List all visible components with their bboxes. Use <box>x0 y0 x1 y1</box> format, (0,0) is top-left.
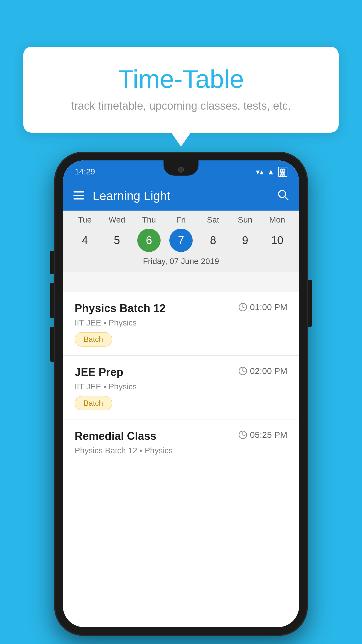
event-time-3: 05:25 PM <box>238 430 287 440</box>
clock-icon-3 <box>238 430 247 439</box>
svg-line-7 <box>243 307 245 308</box>
phone-device: 14:29 ▾▴ ▲ ▓ Learning Light <box>54 152 308 636</box>
phone-btn-power <box>50 251 54 274</box>
menu-icon[interactable] <box>73 190 84 202</box>
status-time: 14:29 <box>75 167 95 176</box>
phone-btn-vol-up <box>50 283 54 318</box>
app-bar: Learning Light <box>63 181 299 211</box>
phone-btn-vol-down <box>50 327 54 362</box>
day-numbers-row: 4 5 6 7 8 9 10 <box>63 229 299 252</box>
day-5[interactable]: 5 <box>105 229 129 252</box>
day-labels-row: Tue Wed Thu Fri Sat Sun Mon <box>63 215 299 225</box>
day-7-selected[interactable]: 7 <box>169 229 193 252</box>
event-name-1: Physics Batch 12 <box>75 302 166 315</box>
tooltip-card: Time-Table track timetable, upcoming cla… <box>23 47 339 133</box>
event-header-2: JEE Prep 02:00 PM <box>75 366 287 379</box>
svg-line-13 <box>243 435 245 436</box>
selected-date-label: Friday, 07 June 2019 <box>63 257 299 270</box>
day-label-wed: Wed <box>105 215 129 225</box>
event-meta-3: Physics Batch 12 • Physics <box>75 446 287 455</box>
phone-btn-right <box>308 280 312 327</box>
day-9[interactable]: 9 <box>233 229 257 252</box>
calendar-strip: Tue Wed Thu Fri Sat Sun Mon 4 5 6 7 8 9 … <box>63 211 299 272</box>
day-label-mon: Mon <box>266 215 289 225</box>
signal-icon: ▲ <box>267 167 275 176</box>
day-4[interactable]: 4 <box>73 229 96 252</box>
event-meta-1: IIT JEE • Physics <box>75 318 287 328</box>
event-item-3[interactable]: Remedial Class 05:25 PM Physics Batch 12… <box>63 419 299 469</box>
batch-badge-1: Batch <box>75 332 112 346</box>
event-header-1: Physics Batch 12 01:00 PM <box>75 302 287 315</box>
svg-rect-0 <box>73 191 84 192</box>
tooltip-title: Time-Table <box>47 64 315 94</box>
search-button[interactable] <box>277 189 289 203</box>
day-label-fri: Fri <box>169 215 193 225</box>
event-name-2: JEE Prep <box>75 366 123 379</box>
status-icons: ▾▴ ▲ ▓ <box>256 167 287 177</box>
svg-rect-1 <box>73 195 84 196</box>
front-camera <box>178 167 184 173</box>
svg-line-10 <box>243 371 245 372</box>
event-header-3: Remedial Class 05:25 PM <box>75 430 287 442</box>
tooltip-subtitle: track timetable, upcoming classes, tests… <box>47 100 315 112</box>
batch-badge-2: Batch <box>75 396 112 410</box>
day-label-thu: Thu <box>137 215 161 225</box>
wifi-icon: ▾▴ <box>256 167 263 176</box>
day-8[interactable]: 8 <box>201 229 225 252</box>
svg-line-4 <box>285 197 288 200</box>
event-time-1: 01:00 PM <box>238 302 287 312</box>
day-label-tue: Tue <box>73 215 96 225</box>
day-10[interactable]: 10 <box>266 229 289 252</box>
day-label-sun: Sun <box>233 215 257 225</box>
battery-icon: ▓ <box>278 167 287 177</box>
event-list: Physics Batch 12 01:00 PM IIT JEE • Phys… <box>63 292 299 627</box>
event-item-2[interactable]: JEE Prep 02:00 PM IIT JEE • Physics Batc… <box>63 356 299 419</box>
event-name-3: Remedial Class <box>75 430 157 442</box>
clock-icon-1 <box>238 303 247 312</box>
day-6-today[interactable]: 6 <box>137 229 161 252</box>
day-label-sat: Sat <box>201 215 225 225</box>
phone-screen: 14:29 ▾▴ ▲ ▓ Learning Light <box>63 160 299 627</box>
svg-rect-2 <box>73 198 84 200</box>
phone-notch <box>164 160 198 176</box>
event-time-2: 02:00 PM <box>238 366 287 376</box>
app-bar-title: Learning Light <box>93 189 277 203</box>
event-item-1[interactable]: Physics Batch 12 01:00 PM IIT JEE • Phys… <box>63 292 299 356</box>
clock-icon-2 <box>238 367 247 375</box>
event-meta-2: IIT JEE • Physics <box>75 382 287 391</box>
